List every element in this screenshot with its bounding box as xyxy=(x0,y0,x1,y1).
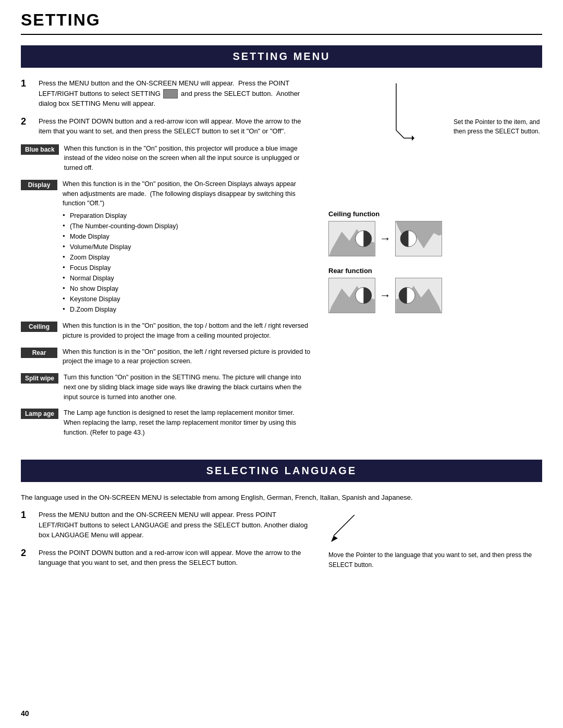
display-desc-text: When this function is in the "On" positi… xyxy=(63,180,296,207)
bullet-counting: (The Number-counting-down Display) xyxy=(63,221,313,231)
lang-step-2-number: 2 xyxy=(21,548,33,568)
ceiling-after xyxy=(395,221,442,256)
rear-before xyxy=(328,278,375,313)
pointer-line-diagram xyxy=(328,83,433,146)
lang-right-col: Move the Pointer to the language that yo… xyxy=(323,510,542,575)
rear-function-label: Rear function xyxy=(328,267,542,275)
setting-items-list: Blue back When this function is in the "… xyxy=(21,144,313,438)
setting-item-blue-back: Blue back When this function is in the "… xyxy=(21,144,313,173)
display-label: Display xyxy=(21,180,57,190)
setting-step-2: 2 Press the POINT DOWN button and a red-… xyxy=(21,116,313,137)
step-1-text: Press the MENU button and the ON-SCREEN … xyxy=(39,78,313,109)
bullet-preparation: Preparation Display xyxy=(63,211,313,221)
setting-item-lamp-age: Lamp age The Lamp age function is design… xyxy=(21,408,313,437)
bullet-volume: Volume/Mute Display xyxy=(63,242,313,252)
ceiling-label: Ceiling xyxy=(21,322,57,332)
page-wrapper: SETTING SETTING MENU 1 Press the MENU bu… xyxy=(0,0,563,728)
rear-desc: When this function is in the "On" positi… xyxy=(63,347,313,367)
rear-before-svg xyxy=(329,278,375,313)
lang-right-caption: Move the Pointer to the language that yo… xyxy=(328,550,542,570)
ceiling-before xyxy=(328,221,375,256)
setting-right-col: Set the Pointer to the item, and then pr… xyxy=(323,78,542,444)
rear-label: Rear xyxy=(21,348,57,358)
right-caption-text: Set the Pointer to the item, and then pr… xyxy=(454,117,542,136)
lang-step-1-text: Press the MENU button and the ON-SCREEN … xyxy=(39,510,313,540)
bullet-mode: Mode Display xyxy=(63,231,313,242)
ceiling-function-label: Ceiling function xyxy=(328,210,542,218)
blue-back-label: Blue back xyxy=(21,144,59,155)
split-wipe-label: Split wipe xyxy=(21,373,58,384)
lang-step-2-text: Press the POINT DOWN button and a red-ar… xyxy=(39,548,313,568)
rear-after-svg xyxy=(396,278,442,313)
setting-item-ceiling: Ceiling When this function is in the "On… xyxy=(21,321,313,341)
setting-item-split-wipe: Split wipe Turn this function "On" posit… xyxy=(21,373,313,402)
bullet-dzoom: D.Zoom Display xyxy=(63,304,313,315)
lang-section: SELECTING LANGUAGE The language used in … xyxy=(21,460,542,575)
setting-icon xyxy=(163,89,178,98)
lang-left-col: 1 Press the MENU button and the ON-SCREE… xyxy=(21,510,323,575)
step-2-text: Press the POINT DOWN button and a red-ar… xyxy=(39,116,313,137)
ceiling-desc: When this function is in the "On" positi… xyxy=(63,321,313,341)
rear-diagram-row: → xyxy=(328,278,542,313)
main-title: SETTING xyxy=(21,10,542,35)
ceiling-after-svg xyxy=(396,221,442,256)
page-number: 40 xyxy=(21,709,29,718)
svg-marker-1 xyxy=(412,135,414,141)
diagram-section: Ceiling function → xyxy=(328,210,542,313)
bullet-noshow: No show Display xyxy=(63,283,313,294)
rear-arrow: → xyxy=(380,289,391,302)
ceiling-diagram-row: → xyxy=(328,221,542,256)
display-desc: When this function is in the "On" positi… xyxy=(63,179,313,315)
bullet-zoom: Zoom Display xyxy=(63,252,313,263)
svg-marker-11 xyxy=(331,536,338,542)
bullet-focus: Focus Display xyxy=(63,263,313,273)
setting-item-rear: Rear When this function is in the "On" p… xyxy=(21,347,313,367)
setting-step-1: 1 Press the MENU button and the ON-SCREE… xyxy=(21,78,313,109)
ceiling-arrow: → xyxy=(380,232,391,245)
rear-after xyxy=(395,278,442,313)
lang-pointer-diagram xyxy=(328,515,360,546)
svg-line-10 xyxy=(334,515,354,536)
step-1-number: 1 xyxy=(21,78,33,109)
lang-step-2: 2 Press the POINT DOWN button and a red-… xyxy=(21,548,313,568)
setting-menu-content: 1 Press the MENU button and the ON-SCREE… xyxy=(21,78,542,444)
lamp-age-desc: The Lamp age function is designed to res… xyxy=(64,408,313,437)
lang-content-area: 1 Press the MENU button and the ON-SCREE… xyxy=(21,510,542,575)
step-2-number: 2 xyxy=(21,116,33,137)
bullet-normal: Normal Display xyxy=(63,273,313,283)
display-bullets: Preparation Display (The Number-counting… xyxy=(63,211,313,315)
lang-step-1: 1 Press the MENU button and the ON-SCREE… xyxy=(21,510,313,540)
selecting-language-header: SELECTING LANGUAGE xyxy=(21,460,542,482)
split-wipe-desc: Turn this function "On" position in the … xyxy=(64,373,313,402)
lamp-age-label: Lamp age xyxy=(21,409,58,419)
setting-left-col: 1 Press the MENU button and the ON-SCREE… xyxy=(21,78,323,444)
ceiling-before-svg xyxy=(329,221,375,256)
setting-item-display: Display When this function is in the "On… xyxy=(21,179,313,315)
lang-intro: The language used in the ON-SCREEN MENU … xyxy=(21,492,542,503)
lang-step-1-number: 1 xyxy=(21,510,33,540)
setting-menu-header: SETTING MENU xyxy=(21,45,542,68)
blue-back-desc: When this function is in the "On" positi… xyxy=(64,144,313,173)
bullet-keystone: Keystone Display xyxy=(63,294,313,304)
